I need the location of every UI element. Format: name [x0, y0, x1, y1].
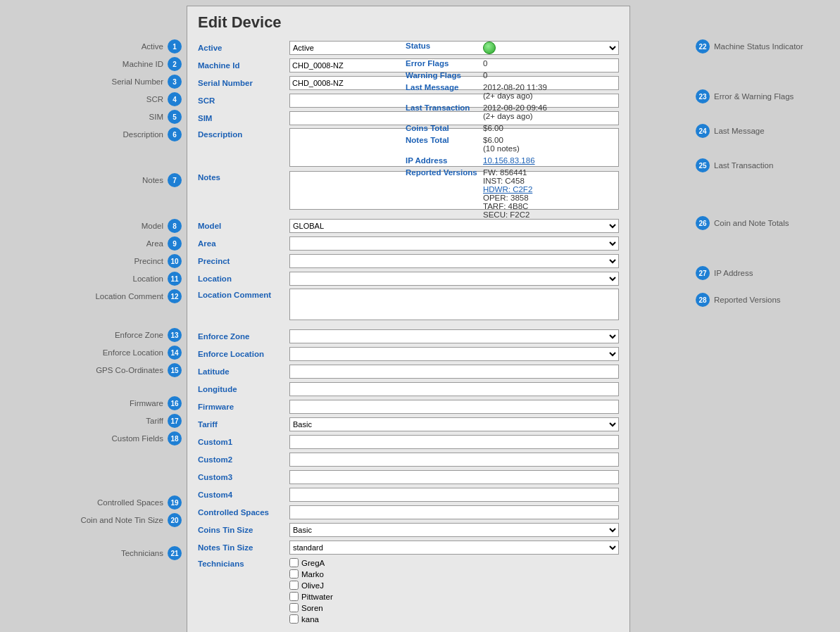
badge-2: 2	[168, 57, 182, 71]
latitude-field[interactable]	[289, 365, 619, 379]
tech-marko-checkbox[interactable]	[289, 569, 299, 579]
notes-tin-input[interactable]: standard	[289, 541, 619, 555]
warning-flags-row: Warning Flags 0	[406, 71, 582, 80]
firmware-field[interactable]	[289, 400, 619, 414]
tech-kana-name: kana	[301, 615, 319, 624]
custom3-input[interactable]	[289, 470, 619, 484]
controlled-spaces-field[interactable]	[289, 505, 619, 519]
coins-total-label: Coins Total	[406, 124, 483, 132]
last-transaction-row: Last Transaction 2012-08-20 09:46 (2+ da…	[406, 103, 582, 120]
latitude-input[interactable]	[289, 365, 619, 379]
tariff-select[interactable]: Basic	[289, 417, 619, 431]
custom-spacer	[0, 448, 182, 495]
sidebar-description: Description 6	[0, 127, 182, 142]
area-input[interactable]	[289, 236, 619, 251]
notes-total-label: Notes Total	[406, 136, 483, 153]
sidebar-loc-comment: Location Comment 12	[0, 289, 182, 304]
right-26-label: Coin and Note Totals	[714, 219, 789, 227]
tech-olivej-checkbox[interactable]	[289, 581, 299, 590]
coins-tin-input[interactable]: Basic	[289, 523, 619, 537]
sidebar-gps-label: GPS Co-Ordinates	[96, 366, 163, 374]
custom2-field[interactable]	[289, 453, 619, 467]
badge-20: 20	[168, 513, 182, 527]
notes-tin-select[interactable]: standard	[289, 541, 619, 555]
sidebar-enforce-loc-label: Enforce Location	[103, 348, 163, 357]
custom4-label: Custom4	[198, 491, 289, 499]
badge-8: 8	[168, 219, 182, 233]
firmware-input[interactable]	[289, 400, 619, 414]
sidebar-machine-id: Machine ID 2	[0, 56, 182, 72]
custom4-field[interactable]	[289, 488, 619, 502]
custom3-field[interactable]	[289, 470, 619, 484]
custom1-input[interactable]	[289, 435, 619, 449]
right-22-label: Machine Status Indicator	[714, 42, 803, 51]
badge-26: 26	[696, 216, 710, 230]
coins-total-value: $6.00	[483, 124, 503, 132]
enforce-zone-select[interactable]	[289, 329, 619, 343]
ip-address-value: 10.156.83.186	[483, 156, 535, 165]
sidebar-precinct-label: Precinct	[134, 257, 163, 265]
custom1-label: Custom1	[198, 438, 289, 446]
sidebar-notes-label: Notes	[142, 176, 163, 184]
precinct-select[interactable]	[289, 254, 619, 268]
tariff-input[interactable]: Basic	[289, 417, 619, 431]
badge-11: 11	[168, 272, 182, 286]
error-flags-label: Error Flags	[406, 59, 483, 68]
location-input[interactable]	[289, 272, 619, 286]
warning-flags-label: Warning Flags	[406, 71, 483, 80]
latitude-label: Latitude	[198, 367, 289, 376]
area-label: Area	[198, 239, 289, 248]
right-24-label: Last Message	[714, 127, 765, 135]
enforce-zone-label: Enforce Zone	[198, 332, 289, 341]
tech-kana-checkbox[interactable]	[289, 614, 299, 624]
location-comment-input[interactable]	[289, 289, 619, 322]
badge-7: 7	[168, 173, 182, 187]
form-panel: Edit Device Active Active Inactive Machi…	[187, 6, 630, 632]
longitude-input[interactable]	[289, 382, 619, 396]
right-sidebar-24: 24 Last Message	[696, 123, 840, 139]
tech-greg-checkbox[interactable]	[289, 558, 299, 567]
custom1-field[interactable]	[289, 435, 619, 449]
location-select[interactable]	[289, 272, 619, 286]
sidebar-active-label: Active	[142, 42, 163, 51]
sidebar-location-label: Location	[133, 274, 163, 283]
technicians-list: GregA Marko OliveJ Pittwater Soren	[289, 558, 619, 626]
notes-total-value: $6.00 (10 notes)	[483, 136, 520, 153]
tech-pittwater-name: Pittwater	[301, 593, 333, 601]
custom4-input[interactable]	[289, 488, 619, 502]
enforce-zone-input[interactable]	[289, 329, 619, 343]
location-comment-field[interactable]	[289, 289, 619, 320]
status-section: Status Error Flags 0 Warning Flags 0 Las…	[406, 42, 582, 222]
notes-spacer	[0, 190, 182, 218]
area-select[interactable]	[289, 236, 619, 251]
sidebar-tech-label: Technicians	[121, 549, 163, 557]
custom2-row: Custom2	[198, 452, 619, 467]
sidebar-area: Area 9	[0, 236, 182, 251]
coins-tin-select[interactable]: Basic	[289, 523, 619, 537]
enforce-location-input[interactable]	[289, 347, 619, 361]
tech-pittwater-checkbox[interactable]	[289, 592, 299, 601]
enforce-location-select[interactable]	[289, 347, 619, 361]
badge-15: 15	[168, 363, 182, 377]
sidebar-active: Active 1	[0, 39, 182, 54]
status-label: Status	[406, 42, 483, 56]
custom2-input[interactable]	[289, 453, 619, 467]
controlled-spaces-input[interactable]	[289, 505, 619, 519]
coins-tin-label: Coins Tin Size	[198, 526, 289, 534]
loc-comment-spacer	[0, 306, 182, 327]
tech-marko: Marko	[289, 569, 619, 579]
badge-14: 14	[168, 346, 182, 360]
sidebar-model-label: Model	[142, 222, 163, 230]
last-transaction-label: Last Transaction	[406, 103, 483, 120]
longitude-row: Longitude	[198, 381, 619, 397]
precinct-label: Precinct	[198, 257, 289, 265]
sidebar-tariff: Tariff 17	[0, 413, 182, 429]
tech-kana: kana	[289, 614, 619, 624]
precinct-input[interactable]	[289, 254, 619, 268]
last-transaction-value: 2012-08-20 09:46 (2+ days ago)	[483, 103, 547, 120]
tech-soren-checkbox[interactable]	[289, 603, 299, 612]
coins-total-row: Coins Total $6.00	[406, 124, 582, 132]
longitude-field[interactable]	[289, 382, 619, 396]
sidebar-technicians: Technicians 21	[0, 545, 182, 561]
sidebar-custom-label: Custom Fields	[112, 434, 164, 443]
